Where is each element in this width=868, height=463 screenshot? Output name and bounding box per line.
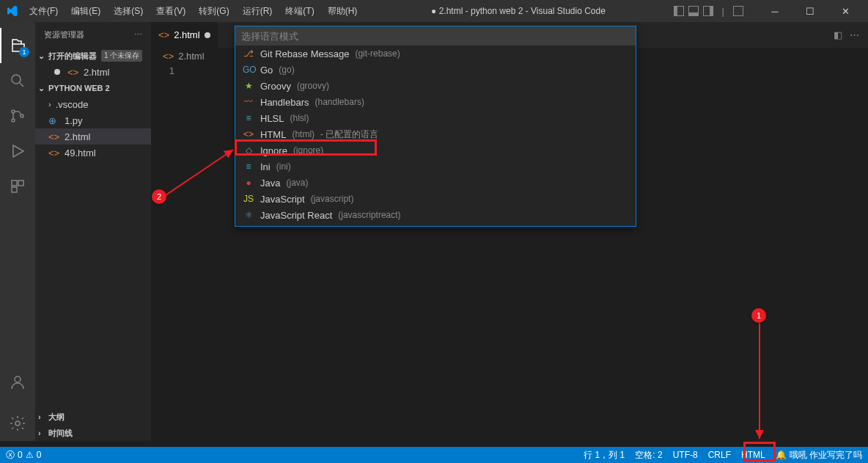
language-hint: (ini): [276, 161, 291, 172]
run-debug-icon[interactable]: [0, 134, 35, 169]
activity-bar: 1: [0, 22, 35, 441]
language-label: Ini: [260, 161, 271, 172]
timeline-header[interactable]: › 时间线: [35, 425, 151, 441]
more-actions-icon[interactable]: ⋯: [850, 29, 859, 40]
svg-rect-5: [18, 181, 23, 186]
language-icon: JS: [243, 194, 254, 204]
status-cursor-position[interactable]: 行 1，列 1: [584, 449, 625, 462]
menu-run[interactable]: 运行(R): [237, 2, 279, 21]
svg-rect-6: [12, 187, 17, 192]
error-count: 0: [18, 450, 23, 460]
source-control-icon[interactable]: [0, 98, 35, 134]
open-editors-header[interactable]: ⌄ 打开的编辑器 1 个未保存: [35, 48, 151, 64]
language-option[interactable]: ⚛JavaScript React(javascriptreact): [235, 207, 636, 223]
tree-file-html[interactable]: <> 49.html: [35, 145, 151, 161]
search-icon[interactable]: [0, 63, 35, 98]
language-list: ⎇Git Rebase Message(git-rebase)GOGo(go)★…: [235, 45, 636, 226]
close-button[interactable]: ✕: [828, 0, 862, 22]
file-label: 2.html: [65, 131, 90, 142]
tree-file-html[interactable]: <> 2.html: [35, 128, 151, 145]
explorer-icon[interactable]: 1: [0, 28, 35, 63]
layout-panel-right-icon[interactable]: [703, 6, 713, 16]
accounts-icon[interactable]: [0, 365, 35, 400]
language-option[interactable]: ⎇Git Rebase Message(git-rebase): [235, 45, 636, 62]
status-language[interactable]: HTML: [741, 450, 765, 460]
tree-folder[interactable]: › .vscode: [35, 96, 151, 112]
customize-layout-icon[interactable]: [733, 6, 743, 16]
split-editor-icon[interactable]: ◧: [834, 29, 842, 40]
bell-icon: 🔔: [776, 450, 787, 460]
language-icon: ★: [243, 81, 254, 91]
settings-gear-icon[interactable]: [0, 406, 35, 441]
menu-selection[interactable]: 选择(S): [108, 2, 149, 21]
status-indentation[interactable]: 空格: 2: [635, 449, 662, 462]
language-option[interactable]: ▲Jinja(jinja): [235, 223, 636, 226]
language-label: Go: [260, 65, 273, 76]
extensions-icon[interactable]: [0, 169, 35, 204]
language-option[interactable]: GOGo(go): [235, 62, 636, 78]
error-icon: ⓧ: [6, 449, 15, 462]
layout-panel-left-icon[interactable]: [674, 6, 684, 16]
menu-edit[interactable]: 编辑(E): [65, 2, 106, 21]
html-file-icon: <>: [67, 67, 79, 78]
line-gutter: 1: [151, 64, 188, 441]
maximize-button[interactable]: ☐: [793, 0, 827, 22]
language-option[interactable]: ◇Ignore(ignore): [235, 142, 636, 158]
language-hint: (ignore): [293, 145, 323, 156]
language-option[interactable]: JSJavaScript(javascript): [235, 191, 636, 207]
language-label: Handlebars: [260, 97, 309, 108]
line-number: 1: [151, 65, 174, 76]
notification-text: 哦吼 作业写完了吗: [790, 449, 862, 462]
language-option[interactable]: ●Java(java): [235, 175, 636, 191]
language-hint: (hlsl): [290, 113, 309, 123]
tree-file-py[interactable]: ⊕ 1.py: [35, 112, 151, 128]
file-label: 49.html: [65, 147, 96, 158]
status-encoding[interactable]: UTF-8: [673, 450, 698, 460]
language-hint: (groovy): [297, 81, 329, 91]
language-extra: - 已配置的语言: [320, 128, 378, 141]
layout-panel-bottom-icon[interactable]: [688, 6, 699, 16]
language-search-input[interactable]: [235, 26, 636, 45]
svg-point-2: [12, 119, 15, 122]
svg-point-3: [21, 114, 23, 117]
dirty-indicator-icon: [54, 69, 60, 75]
language-icon: ●: [243, 178, 254, 188]
language-option[interactable]: ≡Ini(ini): [235, 158, 636, 175]
outline-header[interactable]: › 大纲: [35, 409, 151, 425]
status-bar: ⓧ0 ⚠0 行 1，列 1 空格: 2 UTF-8 CRLF HTML 🔔哦吼 …: [0, 447, 868, 463]
status-problems[interactable]: ⓧ0 ⚠0: [6, 449, 41, 462]
menu-terminal[interactable]: 终端(T): [279, 2, 320, 21]
language-hint: (javascriptreact): [338, 210, 400, 220]
menu-help[interactable]: 帮助(H): [322, 2, 364, 21]
menu-go[interactable]: 转到(G): [193, 2, 235, 21]
language-icon: ⎇: [243, 48, 254, 59]
language-label: HLSL: [260, 113, 284, 124]
language-option[interactable]: 〰Handlebars(handlebars): [235, 94, 636, 110]
open-editor-item[interactable]: <> 2.html: [35, 64, 151, 80]
language-picker: ⎇Git Rebase Message(git-rebase)GOGo(go)★…: [235, 26, 636, 227]
html-file-icon: <>: [158, 29, 169, 40]
workspace-header[interactable]: ⌄ PYTHON WEB 2: [35, 80, 151, 96]
status-eol[interactable]: CRLF: [708, 450, 731, 460]
status-notifications[interactable]: 🔔哦吼 作业写完了吗: [776, 449, 862, 462]
language-option[interactable]: <>HTML(html) - 已配置的语言: [235, 126, 636, 142]
more-icon[interactable]: ⋯: [134, 30, 142, 40]
file-label: 2.html: [84, 67, 109, 78]
tab-2-html[interactable]: <> 2.html: [151, 22, 218, 48]
menu-file[interactable]: 文件(F): [23, 2, 64, 21]
language-label: HTML: [260, 129, 286, 140]
chevron-down-icon: ⌄: [38, 84, 48, 93]
language-hint: (html): [292, 129, 315, 139]
language-label: Jinja: [260, 226, 280, 227]
minimize-button[interactable]: ─: [758, 0, 792, 22]
language-option[interactable]: ≡HLSL(hlsl): [235, 110, 636, 126]
warning-count: 0: [37, 450, 42, 460]
unsaved-badge: 1 个未保存: [101, 50, 142, 62]
language-icon: GO: [243, 65, 254, 75]
separator: |: [722, 6, 724, 17]
language-label: Groovy: [260, 81, 291, 92]
language-icon: ≡: [243, 161, 254, 172]
chevron-right-icon: ›: [38, 412, 48, 421]
menu-view[interactable]: 查看(V): [150, 2, 191, 21]
language-option[interactable]: ★Groovy(groovy): [235, 78, 636, 94]
